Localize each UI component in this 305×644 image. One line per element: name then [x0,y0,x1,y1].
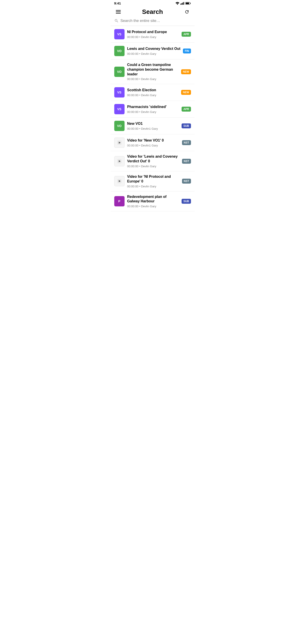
item-avatar [114,138,124,148]
item-content: Video for 'New VO1' 0 00:00:00 • Devlin1… [127,138,180,147]
svg-rect-8 [116,12,121,12]
item-badge: NST [182,159,191,164]
item-title: Lewis and Coveney Verdict Out [127,46,181,51]
item-meta: 00:00:00 • Devlin Gary [127,185,180,188]
list-item[interactable]: P Redevelopment plan of Galway Harbour 0… [111,192,194,212]
item-avatar [114,156,124,166]
item-content: Could a Green trampoline champion become… [127,62,179,81]
item-meta: 00:00:00 • Devlin1 Gary [127,127,180,130]
play-icon [117,140,122,145]
item-title: Scottish Election [127,88,179,92]
item-badge: NST [182,179,191,184]
list-item[interactable]: VO Lewis and Coveney Verdict Out 00:00:0… [111,43,194,60]
header: Search [111,6,194,18]
svg-rect-3 [183,2,184,5]
wifi-icon [176,2,179,5]
results-list: VS NI Protocol and Europe 00:00:00 • Dev… [111,26,194,211]
svg-rect-1 [181,3,182,5]
avatar-text: VS [117,107,122,111]
svg-rect-7 [116,10,121,11]
item-avatar: VO [114,67,124,77]
item-title: Redevelopment plan of Galway Harbour [127,194,180,204]
item-meta: 00:00:00 • Devlin Gary [127,164,180,168]
refresh-button[interactable] [183,8,191,16]
item-title: New VO1 [127,122,180,126]
item-avatar [114,176,124,186]
battery-icon [185,2,191,5]
avatar-text: VS [117,32,122,36]
item-content: Redevelopment plan of Galway Harbour 00:… [127,194,180,208]
item-title: NI Protocol and Europe [127,30,180,34]
item-content: Pharmacists 'sidelined' 00:00:00 • Devli… [127,105,180,114]
item-content: Scottish Election 00:00:00 • Devlin Gary [127,88,179,97]
avatar-text: VS [117,90,122,94]
search-bar [111,18,194,26]
item-avatar: VS [114,29,124,39]
avatar-text: VO [117,124,122,128]
signal-icon [180,2,184,5]
svg-rect-9 [116,13,121,14]
search-input[interactable] [120,18,191,23]
item-content: Video for 'NI Protocol and Europe' 0 00:… [127,174,180,188]
item-title: Video for 'Lewis and Coveney Verdict Out… [127,154,180,164]
item-meta: 00:00:00 • Devlin Gary [127,204,180,208]
search-icon-wrap [114,18,119,23]
status-time: 9:41 [114,1,121,5]
item-meta: 00:00:00 • Devlin Gary [127,94,179,97]
list-item[interactable]: Video for 'NI Protocol and Europe' 0 00:… [111,171,194,192]
avatar-text: VO [117,70,122,74]
item-content: NI Protocol and Europe 00:00:00 • Devlin… [127,30,180,39]
item-badge: SUB [182,124,191,128]
status-bar: 9:41 [111,0,194,6]
item-avatar: VO [114,46,124,56]
item-badge: APR [182,32,191,37]
avatar-text: VO [117,49,122,53]
list-item[interactable]: VO Could a Green trampoline champion bec… [111,60,194,84]
svg-rect-5 [190,3,190,4]
item-badge: FIN [183,48,191,54]
item-avatar: VS [114,87,124,98]
item-content: New VO1 00:00:00 • Devlin1 Gary [127,122,180,130]
list-item[interactable]: VS Scottish Election 00:00:00 • Devlin G… [111,84,194,101]
item-avatar: VO [114,121,124,131]
item-content: Lewis and Coveney Verdict Out 00:00:00 •… [127,46,181,56]
item-meta: 00:00:00 • Devlin Gary [127,52,181,56]
item-badge: NST [182,140,191,145]
item-meta: 00:00:00 • Devlin Gary [127,35,180,39]
page-title: Search [142,8,163,16]
svg-rect-6 [186,2,189,4]
avatar-text: P [118,200,120,203]
svg-rect-2 [182,2,183,5]
item-badge: NEW [181,69,191,74]
item-title: Pharmacists 'sidelined' [127,105,180,109]
item-badge: NEW [181,90,191,95]
svg-rect-0 [180,4,181,5]
item-avatar: P [114,196,124,206]
item-meta: 00:00:00 • Devlin Gary [127,77,179,81]
list-item[interactable]: VS Pharmacists 'sidelined' 00:00:00 • De… [111,101,194,118]
menu-button[interactable] [114,8,122,16]
item-title: Could a Green trampoline champion become… [127,62,179,76]
item-content: Video for 'Lewis and Coveney Verdict Out… [127,154,180,168]
item-meta: 00:00:00 • Devlin Gary [127,110,180,114]
search-icon [114,18,119,23]
list-item[interactable]: Video for 'New VO1' 0 00:00:00 • Devlin1… [111,134,194,151]
item-title: Video for 'New VO1' 0 [127,138,180,143]
item-badge: APR [182,107,191,112]
item-title: Video for 'NI Protocol and Europe' 0 [127,174,180,184]
item-meta: 00:00:00 • Devlin1 Gary [127,144,180,147]
item-badge: SUB [182,199,191,204]
status-icons [176,2,191,5]
menu-icon [116,10,121,14]
item-avatar: VS [114,104,124,114]
refresh-icon [184,10,190,14]
list-item[interactable]: VO New VO1 00:00:00 • Devlin1 Gary SUB [111,118,194,134]
list-item[interactable]: Video for 'Lewis and Coveney Verdict Out… [111,151,194,171]
play-icon [117,179,122,184]
play-icon [117,159,122,164]
list-item[interactable]: VS NI Protocol and Europe 00:00:00 • Dev… [111,26,194,43]
